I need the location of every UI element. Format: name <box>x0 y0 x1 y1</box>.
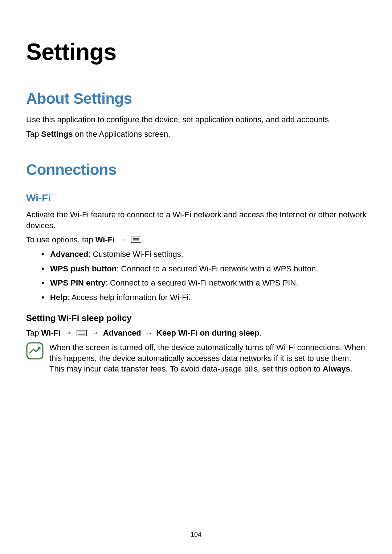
bullet-rest: : Connect to a secured Wi-Fi network wit… <box>106 278 298 287</box>
sleep-path-b3: Keep Wi-Fi on during sleep <box>156 328 259 337</box>
bullet-bold: Advanced <box>50 250 88 259</box>
note-body: When the screen is turned off, the devic… <box>49 343 365 373</box>
list-item: WPS PIN entry: Connect to a secured Wi-F… <box>41 278 367 288</box>
bullet-rest: : Customise Wi-Fi settings. <box>88 250 183 259</box>
sleep-path-pre: Tap <box>26 328 41 337</box>
list-item: WPS push button: Connect to a secured Wi… <box>41 263 367 274</box>
about-paragraph-2: Tap Settings on the Applications screen. <box>26 129 367 140</box>
list-item: Help: Access help information for Wi-Fi. <box>41 292 367 303</box>
bullet-rest: : Connect to a secured Wi-Fi network wit… <box>117 264 318 273</box>
about-p2-post: on the Applications screen. <box>73 130 170 139</box>
bullet-bold: WPS push button <box>50 264 117 273</box>
list-item: Advanced: Customise Wi-Fi settings. <box>41 249 367 260</box>
wifi-sleep-heading: Setting Wi-Fi sleep policy <box>26 312 367 324</box>
wifi-sleep-path: Tap Wi-Fi → → Advanced → Keep Wi-Fi on d… <box>26 328 367 338</box>
section-about-heading: About Settings <box>26 89 367 109</box>
menu-icon <box>77 329 87 337</box>
arrow-icon: → <box>118 234 126 245</box>
page-title: Settings <box>26 36 367 67</box>
sleep-path-b1: Wi-Fi <box>41 328 61 337</box>
arrow-icon: → <box>91 328 99 338</box>
menu-icon <box>131 236 141 243</box>
arrow-icon: → <box>64 328 72 338</box>
page-number: 104 <box>0 530 392 539</box>
wifi-options-post: . <box>142 235 144 244</box>
about-p2-pre: Tap <box>26 130 41 139</box>
note-bold: Always <box>323 364 350 373</box>
bullet-bold: Help <box>50 293 68 302</box>
bullet-rest: : Access help information for Wi-Fi. <box>68 293 191 302</box>
note-post: . <box>350 364 352 373</box>
wifi-options-pre: To use options, tap <box>26 235 95 244</box>
sleep-path-post: . <box>259 328 261 337</box>
wifi-heading: Wi-Fi <box>26 191 367 205</box>
page-container: Settings About Settings Use this applica… <box>0 0 392 554</box>
bullet-bold: WPS PIN entry <box>50 278 106 287</box>
about-paragraph-1: Use this application to configure the de… <box>26 114 367 125</box>
about-p2-bold: Settings <box>41 130 73 139</box>
sleep-path-b2: Advanced <box>103 328 141 337</box>
wifi-options-list: Advanced: Customise Wi-Fi settings. WPS … <box>26 249 367 303</box>
note-text: When the screen is turned off, the devic… <box>49 342 367 374</box>
wifi-options-bold: Wi-Fi <box>95 235 115 244</box>
note-block: When the screen is turned off, the devic… <box>26 342 367 374</box>
wifi-options-line: To use options, tap Wi-Fi → . <box>26 234 367 245</box>
section-connections-heading: Connections <box>26 160 367 180</box>
note-icon <box>26 342 44 360</box>
arrow-icon: → <box>145 328 153 338</box>
wifi-paragraph-1: Activate the Wi-Fi feature to connect to… <box>26 209 367 231</box>
